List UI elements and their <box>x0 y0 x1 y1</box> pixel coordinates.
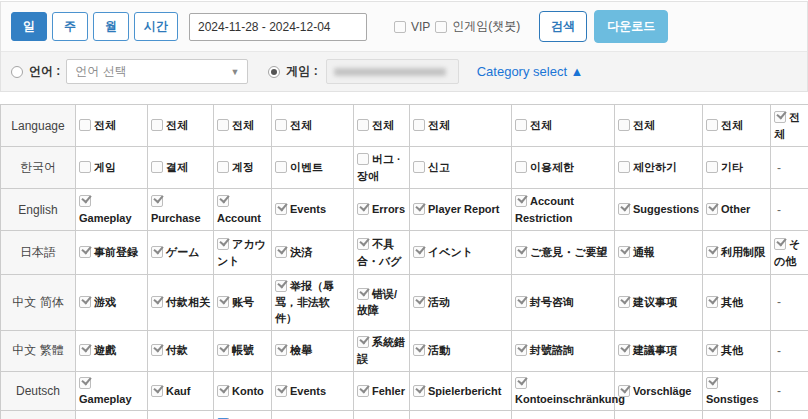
category-checkbox-icon[interactable] <box>217 195 229 207</box>
category-checkbox-icon[interactable] <box>774 111 786 123</box>
category-checkbox-icon[interactable] <box>151 246 163 258</box>
category-option[interactable]: 账号 <box>217 295 254 309</box>
category-checkbox-icon[interactable] <box>706 203 718 215</box>
category-checkbox-icon[interactable] <box>618 161 630 173</box>
category-checkbox-icon[interactable] <box>618 246 630 258</box>
category-checkbox-icon[interactable] <box>151 385 163 397</box>
category-checkbox-icon[interactable] <box>357 238 369 250</box>
category-option[interactable]: 전체 <box>151 118 188 132</box>
category-checkbox-icon[interactable] <box>413 385 425 397</box>
category-option[interactable]: 遊戲 <box>79 343 116 357</box>
category-checkbox-icon[interactable] <box>774 238 786 250</box>
category-checkbox-icon[interactable] <box>275 119 287 131</box>
category-checkbox-icon[interactable] <box>79 119 91 131</box>
category-option[interactable]: イベント <box>413 245 473 259</box>
category-checkbox-icon[interactable] <box>515 296 527 308</box>
category-option[interactable]: Konto <box>217 384 264 398</box>
category-checkbox-icon[interactable] <box>151 161 163 173</box>
category-checkbox-icon[interactable] <box>275 385 287 397</box>
category-option[interactable]: 其他 <box>706 295 743 309</box>
category-checkbox-icon[interactable] <box>79 246 91 258</box>
category-option[interactable]: Errors <box>357 202 405 216</box>
category-option[interactable]: Player Report <box>413 202 500 216</box>
period-button-day[interactable]: 일 <box>11 12 47 41</box>
period-button-time[interactable]: 시간 <box>134 12 178 41</box>
category-option[interactable]: 帳號 <box>217 343 254 357</box>
category-option[interactable]: Events <box>275 384 326 398</box>
category-checkbox-icon[interactable] <box>151 195 163 207</box>
category-checkbox-icon[interactable] <box>515 161 527 173</box>
game-name-input[interactable] <box>326 59 459 84</box>
category-option[interactable]: 不具合・バグ <box>357 237 402 267</box>
category-checkbox-icon[interactable] <box>618 296 630 308</box>
download-button[interactable]: 다운로드 <box>594 10 668 43</box>
category-option[interactable]: 이벤트 <box>275 160 323 174</box>
category-option[interactable]: 举报（辱骂，非法软件） <box>275 279 334 325</box>
category-option[interactable]: 신고 <box>413 160 450 174</box>
category-checkbox-icon[interactable] <box>275 344 287 356</box>
category-option[interactable]: 전체 <box>357 118 394 132</box>
category-checkbox-icon[interactable] <box>618 344 630 356</box>
category-checkbox-icon[interactable] <box>217 161 229 173</box>
category-option[interactable]: 전체 <box>413 118 450 132</box>
category-checkbox-icon[interactable] <box>357 288 369 300</box>
category-checkbox-icon[interactable] <box>413 161 425 173</box>
category-checkbox-icon[interactable] <box>79 195 91 207</box>
category-checkbox-icon[interactable] <box>151 296 163 308</box>
category-option[interactable]: 利用制限 <box>706 245 765 259</box>
category-option[interactable]: Gameplay <box>79 376 132 406</box>
category-option[interactable]: アカウント <box>217 237 266 267</box>
category-option[interactable]: 전체 <box>217 118 254 132</box>
category-option[interactable]: 事前登録 <box>79 245 138 259</box>
ingame-checkbox[interactable]: 인게임(챗봇) <box>435 18 520 35</box>
category-option[interactable]: 建议事项 <box>618 295 677 309</box>
period-button-week[interactable]: 주 <box>52 12 88 41</box>
category-checkbox-icon[interactable] <box>217 238 229 250</box>
category-option[interactable]: Purchase <box>151 194 201 224</box>
category-option[interactable]: 제안하기 <box>618 160 677 174</box>
category-checkbox-icon[interactable] <box>413 344 425 356</box>
category-checkbox-icon[interactable] <box>413 246 425 258</box>
category-select-link[interactable]: Category select ▲ <box>477 64 584 79</box>
category-option[interactable]: 게임 <box>79 160 116 174</box>
category-checkbox-icon[interactable] <box>79 344 91 356</box>
category-option[interactable]: 活动 <box>413 295 450 309</box>
category-checkbox-icon[interactable] <box>515 377 527 389</box>
category-option[interactable]: 建議事項 <box>618 343 677 357</box>
category-checkbox-icon[interactable] <box>706 161 718 173</box>
category-option[interactable]: Sonstiges <box>706 376 759 406</box>
category-checkbox-icon[interactable] <box>357 203 369 215</box>
category-option[interactable]: ご意見・ご要望 <box>515 245 608 259</box>
category-option[interactable]: 付款 <box>151 343 188 357</box>
category-option[interactable]: Kauf <box>151 384 190 398</box>
category-checkbox-icon[interactable] <box>706 296 718 308</box>
game-radio[interactable] <box>268 66 280 78</box>
category-option[interactable]: Kontoeinschränkung <box>515 376 625 406</box>
category-option[interactable]: 전체 <box>275 118 312 132</box>
category-option[interactable]: 전체 <box>706 118 743 132</box>
category-option[interactable]: 버그 · 장애 <box>357 152 401 182</box>
category-checkbox-icon[interactable] <box>79 377 91 389</box>
category-checkbox-icon[interactable] <box>217 119 229 131</box>
category-checkbox-icon[interactable] <box>413 203 425 215</box>
category-checkbox-icon[interactable] <box>357 119 369 131</box>
category-option[interactable]: 전체 <box>515 118 552 132</box>
search-button[interactable]: 검색 <box>539 11 587 42</box>
category-checkbox-icon[interactable] <box>618 119 630 131</box>
category-option[interactable]: 決済 <box>275 245 312 259</box>
vip-checkbox[interactable]: VIP <box>394 20 430 34</box>
category-option[interactable]: Other <box>706 202 750 216</box>
category-option[interactable]: 이용제한 <box>515 160 574 174</box>
ingame-checkbox-icon[interactable] <box>435 21 447 33</box>
category-option[interactable]: 活動 <box>413 343 450 357</box>
category-option[interactable]: Fehler <box>357 384 405 398</box>
category-checkbox-icon[interactable] <box>217 385 229 397</box>
category-option[interactable]: ゲーム <box>151 245 200 259</box>
category-checkbox-icon[interactable] <box>151 344 163 356</box>
category-option[interactable]: 계정 <box>217 160 254 174</box>
category-option[interactable]: 전체 <box>774 110 800 140</box>
date-range-input[interactable] <box>189 13 367 41</box>
category-checkbox-icon[interactable] <box>275 161 287 173</box>
category-checkbox-icon[interactable] <box>275 246 287 258</box>
category-checkbox-icon[interactable] <box>515 344 527 356</box>
